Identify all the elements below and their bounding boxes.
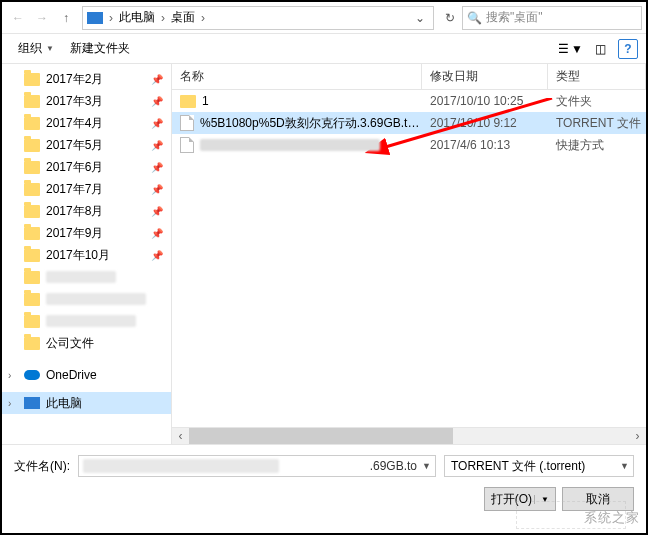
- sidebar-item-month[interactable]: 2017年9月📌: [2, 222, 171, 244]
- sidebar-item-label: 2017年6月: [46, 159, 103, 176]
- pin-icon: 📌: [151, 140, 163, 151]
- search-icon: 🔍: [467, 11, 482, 25]
- preview-icon: ◫: [595, 42, 606, 56]
- column-header-type[interactable]: 类型: [548, 64, 646, 89]
- scrollbar-thumb[interactable]: [189, 428, 453, 444]
- chevron-right-icon: ›: [159, 11, 167, 25]
- folder-icon: [24, 293, 40, 306]
- sidebar: 2017年2月📌2017年3月📌2017年4月📌2017年5月📌2017年6月📌…: [2, 64, 172, 444]
- scroll-right-button[interactable]: ›: [629, 428, 646, 445]
- search-input[interactable]: 🔍 搜索"桌面": [462, 6, 642, 30]
- scroll-left-button[interactable]: ‹: [172, 428, 189, 445]
- sidebar-item-month[interactable]: 2017年5月📌: [2, 134, 171, 156]
- preview-pane-button[interactable]: ◫: [589, 40, 612, 58]
- refresh-button[interactable]: ↻: [438, 11, 462, 25]
- chevron-right-icon: ›: [8, 370, 11, 381]
- column-header-name[interactable]: 名称: [172, 64, 422, 89]
- file-row[interactable]: 12017/10/10 10:25文件夹: [172, 90, 646, 112]
- filename-input[interactable]: .69GB.to ▼: [78, 455, 436, 477]
- sidebar-item-onedrive[interactable]: ›OneDrive: [2, 364, 171, 386]
- folder-icon: [24, 73, 40, 86]
- sidebar-item-label: 此电脑: [46, 395, 82, 412]
- folder-icon: [24, 161, 40, 174]
- folder-icon: [24, 139, 40, 152]
- breadcrumb-item[interactable]: 此电脑: [115, 9, 159, 26]
- horizontal-scrollbar[interactable]: ‹ ›: [172, 427, 646, 444]
- sidebar-item-blur[interactable]: [2, 266, 171, 288]
- folder-icon: [180, 95, 196, 108]
- folder-icon: [24, 271, 40, 284]
- file-row[interactable]: %5B1080p%5D敦刻尔克行动.3.69GB.t…2017/10/10 9:…: [172, 112, 646, 134]
- nav-up-button[interactable]: ↑: [54, 6, 78, 30]
- pc-icon: [87, 12, 103, 24]
- sidebar-item-label: 2017年9月: [46, 225, 103, 242]
- chevron-right-icon: ›: [199, 11, 207, 25]
- chevron-down-icon[interactable]: ▼: [620, 461, 629, 471]
- new-folder-button[interactable]: 新建文件夹: [62, 38, 138, 59]
- file-type: 文件夹: [548, 93, 646, 110]
- sidebar-item-this-pc[interactable]: ›此电脑: [2, 392, 171, 414]
- file-icon: [180, 115, 194, 131]
- folder-icon: [24, 337, 40, 350]
- folder-icon: [24, 95, 40, 108]
- pin-icon: 📌: [151, 184, 163, 195]
- list-view-icon: ☰: [558, 42, 569, 56]
- chevron-down-icon: ▼: [571, 42, 583, 56]
- pin-icon: 📌: [151, 96, 163, 107]
- pc-icon: [24, 397, 40, 409]
- sidebar-item-month[interactable]: 2017年2月📌: [2, 68, 171, 90]
- file-row[interactable]: 2017/4/6 10:13快捷方式: [172, 134, 646, 156]
- file-name: 1: [202, 94, 209, 108]
- pin-icon: 📌: [151, 74, 163, 85]
- address-dropdown-icon[interactable]: ⌄: [411, 11, 429, 25]
- sidebar-item-label: 2017年5月: [46, 137, 103, 154]
- file-type-filter[interactable]: TORRENT 文件 (.torrent) ▼: [444, 455, 634, 477]
- sidebar-item-label: 2017年8月: [46, 203, 103, 220]
- file-name: %5B1080p%5D敦刻尔克行动.3.69GB.t…: [200, 115, 419, 132]
- organize-label: 组织: [18, 40, 42, 57]
- sidebar-item-month[interactable]: 2017年6月📌: [2, 156, 171, 178]
- sidebar-item-label: 2017年4月: [46, 115, 103, 132]
- sidebar-item-month[interactable]: 2017年3月📌: [2, 90, 171, 112]
- file-date: 2017/4/6 10:13: [422, 138, 548, 152]
- sidebar-item-label: 2017年10月: [46, 247, 110, 264]
- sidebar-item-month[interactable]: 2017年4月📌: [2, 112, 171, 134]
- sidebar-item-month[interactable]: 2017年7月📌: [2, 178, 171, 200]
- search-placeholder: 搜索"桌面": [486, 9, 543, 26]
- pin-icon: 📌: [151, 228, 163, 239]
- address-bar[interactable]: › 此电脑 › 桌面 › ⌄: [82, 6, 434, 30]
- sidebar-item-label: 公司文件: [46, 335, 94, 352]
- sidebar-item-blur[interactable]: [2, 310, 171, 332]
- column-headers: 名称 修改日期 类型: [172, 64, 646, 90]
- help-button[interactable]: ?: [618, 39, 638, 59]
- sidebar-item-label: 2017年7月: [46, 181, 103, 198]
- sidebar-item-company[interactable]: 公司文件: [2, 332, 171, 354]
- pin-icon: 📌: [151, 162, 163, 173]
- folder-icon: [24, 315, 40, 328]
- column-header-date[interactable]: 修改日期: [422, 64, 548, 89]
- sidebar-item-label: OneDrive: [46, 368, 97, 382]
- breadcrumb-item[interactable]: 桌面: [167, 9, 199, 26]
- filename-label: 文件名(N):: [14, 458, 70, 475]
- chevron-down-icon: ▼: [46, 44, 54, 53]
- file-type: 快捷方式: [548, 137, 646, 154]
- watermark-box: [516, 501, 626, 529]
- pin-icon: 📌: [151, 250, 163, 261]
- organize-button[interactable]: 组织 ▼: [10, 38, 62, 59]
- file-date: 2017/10/10 9:12: [422, 116, 548, 130]
- sidebar-item-label: 2017年2月: [46, 71, 103, 88]
- folder-icon: [24, 205, 40, 218]
- file-date: 2017/10/10 10:25: [422, 94, 548, 108]
- nav-back-button[interactable]: ←: [6, 6, 30, 30]
- sidebar-item-month[interactable]: 2017年8月📌: [2, 200, 171, 222]
- folder-icon: [24, 249, 40, 262]
- chevron-down-icon[interactable]: ▼: [422, 461, 431, 471]
- view-options-button[interactable]: ☰ ▼: [552, 40, 589, 58]
- sidebar-item-month[interactable]: 2017年10月📌: [2, 244, 171, 266]
- sidebar-item-blur[interactable]: [2, 288, 171, 310]
- sidebar-item-label: 2017年3月: [46, 93, 103, 110]
- nav-forward-button[interactable]: →: [30, 6, 54, 30]
- folder-icon: [24, 227, 40, 240]
- file-type: TORRENT 文件: [548, 115, 646, 132]
- file-list: 12017/10/10 10:25文件夹%5B1080p%5D敦刻尔克行动.3.…: [172, 90, 646, 427]
